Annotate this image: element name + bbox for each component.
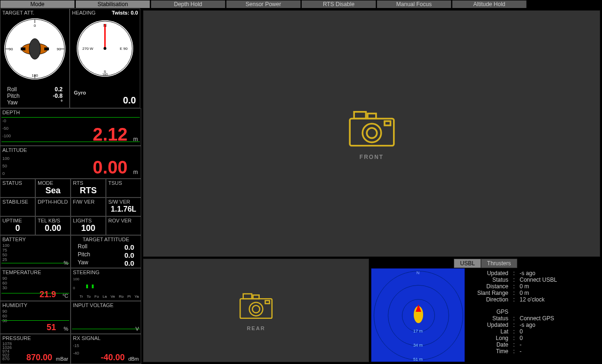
front-label: FRONT bbox=[360, 154, 384, 160]
yaw-label: Yaw bbox=[7, 99, 17, 106]
cell-dpthhold: DPTH-HOLD bbox=[35, 198, 71, 216]
rx-signal-panel: RX SIGNAL -15-40 -40.00 dBm bbox=[71, 334, 141, 364]
temperature-panel: TEMPERATURE 906030 21.9 °C bbox=[0, 268, 71, 301]
pressure-value: 870.00 bbox=[26, 353, 52, 363]
svg-point-20 bbox=[104, 47, 106, 50]
camera-icon bbox=[237, 290, 275, 321]
svg-rect-26 bbox=[385, 121, 391, 126]
humidity-value: 51 bbox=[47, 323, 56, 332]
roll-value: 0.2 bbox=[55, 86, 63, 93]
cell-tsus: TSUS bbox=[106, 179, 141, 198]
usbl-panel: USBL Thrusters N 17 m 34 m bbox=[371, 259, 600, 362]
usbl-info: Updated:-s ago Status:Connect USBL Dista… bbox=[465, 268, 561, 362]
svg-rect-32 bbox=[265, 301, 270, 304]
depth-panel: DEPTH -0 -50 -100 2.12 m bbox=[0, 108, 141, 146]
humidity-panel: HUMIDITY 906030 51 % bbox=[0, 301, 71, 334]
svg-rect-11 bbox=[21, 47, 25, 50]
svg-text:180: 180 bbox=[102, 73, 108, 76]
pressure-panel: PRESSURE 10781026974922870 870.00 mBar bbox=[0, 334, 71, 364]
rts-disable-button[interactable]: RTS Disable bbox=[302, 0, 376, 8]
roll-label: Roll bbox=[7, 86, 17, 93]
cell-rovver: ROV VER bbox=[106, 216, 141, 235]
target-att-title: TARGET ATT. bbox=[0, 9, 69, 16]
steering-bar bbox=[86, 285, 88, 288]
cell-status: STATUS bbox=[0, 179, 35, 198]
svg-point-30 bbox=[249, 302, 263, 316]
svg-rect-28 bbox=[243, 293, 252, 298]
attitude-indicator: 0 90 180 90 bbox=[4, 18, 65, 79]
target-attitude-panel: TARGET ATTITUDE Roll0.0 Pitch0.0 Yaw0.0 bbox=[71, 235, 141, 268]
svg-text:0: 0 bbox=[34, 24, 36, 28]
target-attitude-dial: TARGET ATT. 0 90 180 90 bbox=[0, 8, 70, 108]
depth-value: 2.12 bbox=[47, 126, 141, 143]
svg-rect-22 bbox=[354, 112, 366, 119]
cell-stabilise: STABILISE bbox=[0, 198, 35, 216]
compass-icon: N E 90 S 180 270 W bbox=[77, 20, 133, 77]
rov-icon bbox=[413, 302, 424, 323]
cell-lights: LIGHTS100 bbox=[71, 216, 106, 235]
steering-bar bbox=[92, 285, 94, 288]
heading-value: 0.0 bbox=[123, 95, 136, 106]
left-panel: TARGET ATT. 0 90 180 90 bbox=[0, 8, 141, 364]
altitude-hold-button[interactable]: Altitude Hold bbox=[452, 0, 527, 8]
stabilisation-button[interactable]: Stabilisation bbox=[76, 0, 150, 8]
status-grid: STATUS MODESea RTSRTS TSUS STABILISE DPT… bbox=[0, 179, 141, 235]
front-camera-view[interactable]: FRONT bbox=[143, 10, 600, 257]
svg-rect-23 bbox=[368, 113, 376, 119]
rear-label: REAR bbox=[247, 325, 265, 331]
tab-thrusters[interactable]: Thrusters bbox=[481, 259, 517, 268]
depth-hold-button[interactable]: Depth Hold bbox=[151, 0, 225, 8]
svg-rect-12 bbox=[44, 47, 49, 50]
cell-uptime: UPTIME0 bbox=[0, 216, 35, 235]
cell-telkbs: TEL KB/S0.00 bbox=[35, 216, 71, 235]
input-voltage-panel: INPUT VOLTAGE V bbox=[71, 301, 141, 334]
temperature-value: 21.9 bbox=[40, 290, 56, 300]
svg-text:90: 90 bbox=[57, 47, 61, 51]
twists-label: Twists: 0.0 bbox=[112, 10, 138, 16]
svg-text:90: 90 bbox=[9, 47, 13, 51]
camera-icon bbox=[346, 107, 398, 149]
rear-camera-view[interactable]: REAR bbox=[143, 259, 369, 362]
svg-point-31 bbox=[252, 305, 260, 313]
heading-title: HEADING bbox=[72, 10, 96, 16]
mode-button[interactable]: Mode bbox=[0, 0, 75, 8]
cell-rts: RTSRTS bbox=[71, 179, 106, 198]
gyro-label: Gyro bbox=[74, 90, 86, 95]
altitude-unit: m bbox=[133, 169, 138, 175]
battery-panel: BATTERY 100755025 % bbox=[0, 235, 71, 268]
sensor-power-button[interactable]: Sensor Power bbox=[226, 0, 301, 8]
altitude-title: ALTITUDE bbox=[0, 146, 141, 154]
top-toolbar: Mode Stabilisation Depth Hold Sensor Pow… bbox=[0, 0, 602, 8]
svg-point-24 bbox=[362, 124, 381, 142]
depth-unit: m bbox=[133, 136, 138, 142]
svg-point-25 bbox=[367, 128, 377, 138]
svg-point-10 bbox=[29, 39, 40, 59]
yaw-value: ° bbox=[61, 99, 63, 106]
cell-mode: MODESea bbox=[35, 179, 71, 198]
tab-usbl[interactable]: USBL bbox=[454, 259, 481, 268]
manual-focus-button[interactable]: Manual Focus bbox=[377, 0, 451, 8]
depth-title: DEPTH bbox=[0, 109, 141, 116]
svg-text:180: 180 bbox=[32, 73, 38, 78]
altitude-value: 0.00 bbox=[47, 158, 141, 176]
pitch-value: -0.8 bbox=[53, 93, 63, 99]
sonar-display: N 17 m 34 m 51 m bbox=[371, 268, 465, 362]
cell-fwver: F/W VER bbox=[71, 198, 106, 216]
altitude-panel: ALTITUDE 100 50 0 0.00 m bbox=[0, 146, 141, 179]
pitch-label: Pitch bbox=[7, 93, 20, 99]
cell-swver: S/W VER1.1.76L bbox=[106, 198, 141, 216]
steering-panel: STEERING 100 0 TrToFoLaVeRoPiYa bbox=[71, 268, 141, 301]
svg-text:270 W: 270 W bbox=[82, 47, 94, 51]
rx-value: -40.00 bbox=[101, 353, 125, 363]
heading-dial: HEADING Twists: 0.0 N E 90 S 180 270 W bbox=[70, 8, 140, 108]
svg-text:E  90: E 90 bbox=[120, 47, 128, 51]
svg-rect-29 bbox=[253, 295, 259, 299]
